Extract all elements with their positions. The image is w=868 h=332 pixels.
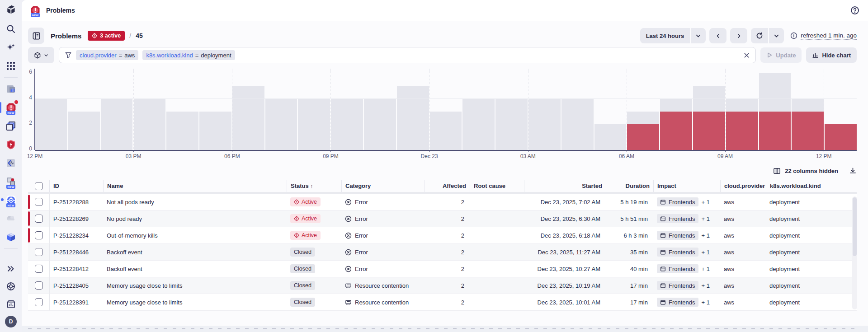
vertical-scrollbar[interactable] — [852, 196, 857, 309]
sidebar-item-problems[interactable]: NEW — [5, 102, 17, 113]
scope-selector-button[interactable] — [28, 47, 54, 63]
impact-more[interactable]: + 1 — [702, 199, 710, 206]
column-header-category[interactable]: Category — [341, 180, 425, 192]
table-row[interactable]: P-251228269No pod readyActiveError2Dec 2… — [28, 210, 857, 227]
count-separator: / — [129, 32, 131, 39]
impact-more[interactable]: + 1 — [702, 266, 710, 272]
notification-dot — [1, 198, 4, 201]
table-row[interactable]: P-251228412Backoff eventClosedError2Dec … — [28, 261, 857, 277]
row-checkbox[interactable] — [35, 298, 43, 306]
impact-more[interactable]: + 1 — [702, 299, 710, 306]
ai-assistant-icon[interactable] — [5, 42, 17, 53]
chart-bars — [35, 73, 857, 150]
column-header-id[interactable]: ID — [50, 180, 103, 192]
row-checkbox[interactable] — [35, 198, 43, 206]
columns-hidden-button[interactable]: 22 columns hidden — [773, 167, 838, 175]
closed-bar-segment — [726, 99, 758, 112]
sidebar-item-services[interactable]: NEW — [5, 194, 17, 206]
update-button[interactable]: Update — [760, 47, 802, 63]
row-checkbox-cell — [28, 194, 50, 210]
help-icon[interactable] — [850, 5, 860, 15]
row-checkbox[interactable] — [35, 265, 43, 273]
sidebar-item-deployments[interactable] — [5, 231, 17, 243]
chart-bar — [825, 73, 857, 150]
filter-chip[interactable]: cloud.provider = aws — [76, 50, 138, 60]
chart-bar — [101, 73, 133, 150]
expand-sidebar-icon[interactable] — [5, 263, 17, 275]
active-count-badge[interactable]: 3 active — [88, 31, 125, 41]
impact-badge[interactable]: Frontends — [657, 248, 698, 257]
impact-more[interactable]: + 1 — [702, 232, 710, 239]
filter-chip[interactable]: k8s.workload.kind = deployment — [142, 50, 235, 60]
column-header-cloud-provider[interactable]: cloud.provider — [720, 180, 766, 192]
select-all-checkbox-cell — [28, 180, 50, 192]
clear-filter-icon[interactable] — [743, 52, 750, 59]
cell-started: Dec 23, 2025, 7:02 AM — [524, 199, 606, 206]
status-badge: Active — [290, 231, 321, 240]
active-bar-segment — [627, 124, 659, 150]
table-row[interactable]: P-251228405Memory usage close to limitsC… — [28, 277, 857, 294]
table-row[interactable]: P-251228234Out-of-memory killsActiveErro… — [28, 227, 857, 244]
gridline — [232, 73, 232, 150]
app-launcher-icon[interactable] — [5, 60, 17, 72]
chart-plot[interactable]: 024612 PM03 PM06 PM09 PMDec 2303 AM06 AM… — [34, 69, 857, 150]
cell-k8s-workload-kind: deployment — [766, 232, 857, 239]
search-icon[interactable] — [5, 23, 17, 35]
sidebar-item-clouds[interactable] — [5, 213, 17, 224]
sidebar-item-tracing[interactable] — [5, 157, 17, 169]
hide-chart-button[interactable]: Hide chart — [806, 47, 857, 63]
impact-badge[interactable]: Frontends — [657, 281, 698, 290]
gridline — [133, 73, 134, 150]
impact-badge[interactable]: Frontends — [657, 264, 698, 273]
sidebar-item-infrastructure[interactable]: NEW — [5, 176, 17, 187]
next-timeframe-button[interactable] — [730, 28, 747, 43]
refresh-button[interactable] — [751, 28, 768, 43]
impact-more[interactable]: + 1 — [702, 282, 710, 289]
whats-new-icon[interactable] — [5, 298, 17, 310]
column-header-k8s-workload-kind[interactable]: k8s.workload.kind — [766, 180, 857, 192]
select-all-checkbox[interactable] — [35, 182, 43, 190]
table-row[interactable]: P-251228288Not all pods readyActiveError… — [28, 194, 857, 210]
support-icon[interactable] — [5, 281, 17, 292]
impact-badge[interactable]: Frontends — [657, 197, 698, 206]
time-range-button[interactable]: Last 24 hours — [640, 28, 690, 43]
column-header-started[interactable]: Started — [524, 180, 606, 192]
scrollbar-thumb[interactable] — [853, 197, 857, 256]
dynatrace-logo-icon[interactable] — [5, 4, 17, 15]
time-range-chevron-button[interactable] — [691, 28, 706, 43]
column-header-name[interactable]: Name — [103, 180, 287, 192]
sidebar-item-kubernetes[interactable] — [5, 120, 17, 132]
column-header-root-cause[interactable]: Root cause — [470, 180, 524, 192]
column-header-affected[interactable]: Affected — [425, 180, 470, 192]
refreshed-ago-label[interactable]: refreshed 1 min. ago — [801, 32, 857, 40]
impact-badge[interactable]: Frontends — [657, 231, 698, 240]
cell-cloud-provider: aws — [720, 199, 766, 206]
column-header-duration[interactable]: Duration — [606, 180, 653, 192]
impact-badge[interactable]: Frontends — [657, 214, 698, 223]
impact-more[interactable]: + 1 — [702, 249, 710, 256]
row-checkbox[interactable] — [35, 248, 43, 256]
x-axis-tick-label: 09 AM — [717, 153, 733, 159]
impact-badge[interactable]: Frontends — [657, 298, 698, 307]
cell-category: Resource contention — [341, 299, 425, 306]
column-header-status[interactable]: Status ↑ — [287, 180, 341, 192]
row-checkbox[interactable] — [35, 215, 43, 223]
x-axis-tick — [35, 150, 35, 152]
sidebar-item-dashboards[interactable] — [5, 83, 17, 95]
column-header-impact[interactable]: Impact — [653, 180, 720, 192]
impact-more[interactable]: + 1 — [702, 215, 710, 222]
row-checkbox[interactable] — [35, 281, 43, 290]
table-row[interactable]: P-251228391Memory usage close to limitsC… — [28, 294, 857, 311]
user-avatar[interactable]: D — [5, 316, 17, 327]
refresh-options-chevron-button[interactable] — [769, 28, 784, 43]
table-row[interactable]: P-251228446Backoff eventClosedError2Dec … — [28, 244, 857, 261]
panel-layout-button[interactable] — [28, 28, 44, 44]
download-icon[interactable] — [849, 167, 857, 175]
cell-duration: 5 h 19 min — [606, 199, 653, 206]
filter-input[interactable]: cloud.provider = aws k8s.workload.kind =… — [59, 47, 756, 63]
row-checkbox[interactable] — [35, 231, 43, 239]
sidebar-item-security[interactable] — [5, 139, 17, 150]
previous-timeframe-button[interactable] — [709, 28, 726, 43]
cell-k8s-workload-kind: deployment — [766, 282, 857, 289]
cell-impact: Frontends+ 1 — [653, 298, 720, 307]
